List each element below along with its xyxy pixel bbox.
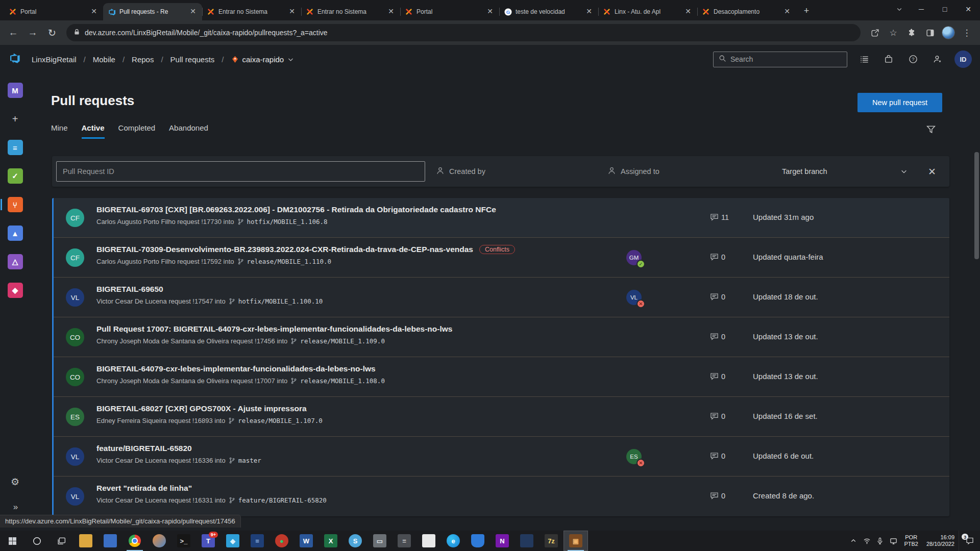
pr-title[interactable]: Pull Request 17007: BIGRETAIL-64079-cxr-… bbox=[96, 324, 452, 334]
taskbar-red-green-app-icon[interactable]: ● bbox=[270, 531, 294, 551]
tab-close-icon[interactable]: ✕ bbox=[782, 7, 792, 16]
taskbar-image-viewer-icon[interactable]: ▣ bbox=[564, 531, 588, 551]
browser-tab-portal[interactable]: Portal ✕ bbox=[400, 3, 499, 20]
tab-close-icon[interactable]: ✕ bbox=[683, 7, 693, 16]
taskbar-skype-app-icon[interactable]: S bbox=[343, 531, 368, 551]
tab-close-icon[interactable]: ✕ bbox=[584, 7, 594, 16]
share-icon[interactable] bbox=[867, 24, 883, 41]
pr-title[interactable]: BIGRETAIL-64079-cxr-lebes-implementar-fu… bbox=[96, 364, 376, 373]
target-branch-link[interactable]: hotfix/MOBILE_1.100.10 bbox=[238, 297, 323, 305]
taskbar-onenote-app-icon[interactable]: N bbox=[490, 531, 514, 551]
browser-menu-kebab-icon[interactable]: ⋮ bbox=[959, 24, 975, 41]
target-branch-link[interactable]: feature/BIGRETAIL-65820 bbox=[238, 496, 327, 504]
microphone-icon[interactable] bbox=[873, 531, 887, 551]
pr-title[interactable]: Revert "retirada de linha" bbox=[96, 484, 192, 493]
tab-close-icon[interactable]: ✕ bbox=[386, 7, 396, 16]
taskbar-file-explorer-icon[interactable] bbox=[74, 531, 98, 551]
start-button[interactable] bbox=[0, 531, 24, 551]
target-branch-link[interactable]: release/MOBILE_1.107.0 bbox=[238, 417, 323, 424]
taskbar-excel-icon[interactable]: X bbox=[318, 531, 343, 551]
tab-completed[interactable]: Completed bbox=[118, 123, 156, 139]
taskbar-7zip-icon[interactable]: 7z bbox=[539, 531, 564, 551]
rail-item-add-item[interactable]: + bbox=[8, 111, 23, 127]
settings-gear-icon[interactable]: ⚙ bbox=[0, 476, 30, 488]
taskbar-terminal-icon[interactable]: >_ bbox=[172, 531, 196, 551]
taskbar-dark-blue-app-icon[interactable] bbox=[514, 531, 539, 551]
taskbar-calculator-icon[interactable]: = bbox=[392, 531, 416, 551]
filter-chevron-down-icon[interactable] bbox=[900, 156, 908, 187]
pull-request-row[interactable]: VL feature/BIGRETAIL-65820 Victor Cesar … bbox=[54, 437, 949, 477]
tab-search-chevron-icon[interactable] bbox=[889, 0, 910, 18]
target-branch-link[interactable]: release/MOBILE_1.110.0 bbox=[247, 258, 332, 265]
pull-request-row[interactable]: CF BIGRETAIL-69703 [CXR] [BR.069263.2022… bbox=[54, 198, 949, 238]
reload-button[interactable]: ↻ bbox=[44, 24, 60, 41]
tab-mine[interactable]: Mine bbox=[51, 123, 68, 139]
expand-rail-icon[interactable]: » bbox=[0, 502, 30, 512]
pr-title[interactable]: BIGRETAIL-70309-Desenvolvimento-BR.23989… bbox=[96, 245, 473, 254]
filter-funnel-icon[interactable] bbox=[926, 124, 936, 136]
target-branch-filter[interactable]: Target branch bbox=[782, 156, 827, 187]
rail-item-work-done[interactable]: ✓ bbox=[8, 168, 23, 184]
clear-filters-icon[interactable]: ✕ bbox=[928, 156, 936, 187]
browser-tab-pull-requests-re[interactable]: Pull requests - Re ✕ bbox=[103, 3, 202, 20]
new-tab-button[interactable]: + bbox=[799, 4, 814, 18]
breadcrumb-repos[interactable]: Repos bbox=[132, 55, 154, 64]
pull-request-row[interactable]: ES BIGRETAIL-68027 [CXR] GPOS700X - Ajus… bbox=[54, 397, 949, 437]
tab-close-icon[interactable]: ✕ bbox=[287, 7, 297, 16]
taskbar-remote-desktop-icon[interactable]: ▭ bbox=[368, 531, 392, 551]
taskbar-defender-shield-icon[interactable] bbox=[465, 531, 490, 551]
taskbar-word-icon[interactable]: W bbox=[294, 531, 318, 551]
rail-item-project-avatar[interactable]: M bbox=[8, 83, 23, 98]
forward-button[interactable]: → bbox=[24, 24, 41, 41]
pr-title[interactable]: BIGRETAIL-68027 [CXR] GPOS700X - Ajuste … bbox=[96, 404, 307, 413]
taskbar-edge-icon[interactable]: e bbox=[441, 531, 465, 551]
browser-tab-desacoplamento[interactable]: Desacoplamento ✕ bbox=[697, 3, 796, 20]
tab-close-icon[interactable]: ✕ bbox=[89, 7, 99, 16]
help-icon[interactable]: ? bbox=[905, 52, 921, 67]
task-view-button[interactable] bbox=[49, 531, 74, 551]
tab-active[interactable]: Active bbox=[82, 123, 105, 139]
address-bar[interactable]: dev.azure.com/LinxBigRetail/Mobile/_git/… bbox=[66, 24, 861, 41]
target-branch-link[interactable]: hotfix/MOBILE_1.106.8 bbox=[247, 218, 328, 226]
hidden-icons-chevron[interactable] bbox=[847, 531, 860, 551]
rail-item-repos[interactable]: ⑂ bbox=[8, 197, 23, 212]
rail-item-artifacts[interactable]: ◆ bbox=[8, 283, 23, 298]
user-settings-icon[interactable] bbox=[930, 52, 945, 67]
browser-tab-linx-atu-de-apl[interactable]: Linx - Atu. de Apl ✕ bbox=[598, 3, 697, 20]
target-branch-link[interactable]: release/MOBILE_1.109.0 bbox=[300, 337, 385, 345]
target-branch-link[interactable]: release/MOBILE_1.108.0 bbox=[300, 377, 385, 385]
taskbar-blue-monitor-app-icon[interactable] bbox=[98, 531, 122, 551]
new-pull-request-button[interactable]: New pull request bbox=[857, 93, 942, 112]
tab-abandoned[interactable]: Abandoned bbox=[169, 123, 208, 139]
browser-tab-entrar-no-sistema[interactable]: Entrar no Sistema ✕ bbox=[202, 3, 301, 20]
side-panel-icon[interactable] bbox=[922, 24, 938, 41]
pull-request-row[interactable]: VL BIGRETAIL-69650 Victor Cesar De Lucen… bbox=[54, 278, 949, 317]
close-button[interactable]: ✕ bbox=[957, 0, 980, 18]
user-avatar[interactable]: ID bbox=[954, 51, 972, 68]
taskbar-chrome-icon[interactable] bbox=[122, 531, 147, 551]
tab-close-icon[interactable]: ✕ bbox=[485, 7, 495, 16]
browser-profile-avatar[interactable] bbox=[940, 24, 957, 41]
rail-item-boards[interactable]: ≡ bbox=[8, 140, 23, 155]
minimize-button[interactable]: ─ bbox=[910, 0, 933, 18]
clock[interactable]: 16:09 28/10/2022 bbox=[922, 531, 959, 551]
pull-request-row[interactable]: CF BIGRETAIL-70309-Desenvolvimento-BR.23… bbox=[54, 238, 949, 278]
marketplace-bag-icon[interactable] bbox=[881, 52, 896, 67]
breadcrumb-linxbigretail[interactable]: LinxBigRetail bbox=[32, 55, 77, 64]
rail-item-test-plans[interactable]: △ bbox=[8, 254, 23, 269]
language-indicator[interactable]: POR PTB2 bbox=[900, 531, 922, 551]
extensions-puzzle-icon[interactable] bbox=[903, 24, 920, 41]
browser-tab-portal[interactable]: Portal ✕ bbox=[4, 3, 103, 20]
task-list-icon[interactable] bbox=[856, 52, 872, 67]
taskbar-diamond-app-icon[interactable] bbox=[147, 531, 172, 551]
cortana-search-button[interactable] bbox=[24, 531, 49, 551]
action-center-icon[interactable]: 3 bbox=[959, 531, 980, 551]
pr-title[interactable]: BIGRETAIL-69650 bbox=[96, 285, 163, 294]
network-icon[interactable] bbox=[860, 531, 873, 551]
taskbar-cube-app-icon[interactable]: ◆ bbox=[220, 531, 245, 551]
repo-selector[interactable]: caixa-rapido bbox=[231, 55, 295, 64]
pull-request-row[interactable]: VL Revert "retirada de linha" Victor Ces… bbox=[54, 477, 949, 516]
taskbar-whiteboard-app-icon[interactable] bbox=[416, 531, 441, 551]
rail-item-pipelines[interactable]: ▲ bbox=[8, 226, 23, 241]
pr-title[interactable]: feature/BIGRETAIL-65820 bbox=[96, 444, 192, 453]
